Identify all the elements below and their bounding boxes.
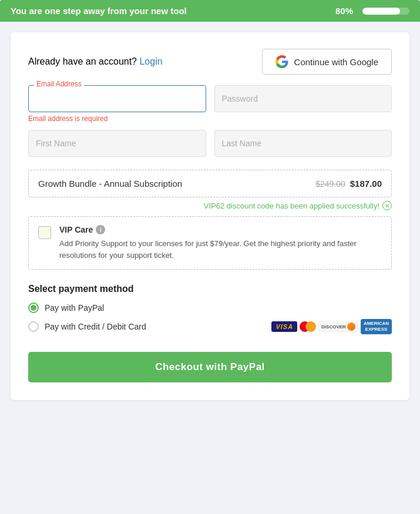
google-icon xyxy=(275,55,288,68)
amex-card-logo: AMERICANEXPRESS xyxy=(361,319,392,334)
discount-message: VIP62 discount code has been applied suc… xyxy=(28,201,392,210)
visa-card-logo: VISA xyxy=(271,321,297,332)
login-link[interactable]: Login xyxy=(139,56,162,66)
vip-care-box: VIP Care i Add Priority Support to your … xyxy=(28,216,392,270)
page-container: You are one step away from your new tool… xyxy=(0,0,420,514)
progress-bar-inner xyxy=(362,8,409,15)
email-group: Email Address xyxy=(28,85,206,112)
google-button-label: Continue with Google xyxy=(294,57,378,67)
payment-section: Select payment method Pay with PayPal Pa… xyxy=(28,284,392,334)
visa-icon: VISA xyxy=(271,319,297,334)
top-row: Already have an account? Login Continue … xyxy=(28,49,392,75)
paypal-radio-inner xyxy=(31,305,36,311)
password-group xyxy=(214,85,392,112)
discover-icon: DISCOVER xyxy=(318,319,358,334)
paypal-label: Pay with PayPal xyxy=(45,303,104,313)
discover-dot xyxy=(347,322,355,331)
google-signin-button[interactable]: Continue with Google xyxy=(262,49,392,75)
creditcard-option[interactable]: Pay with Credit / Debit Card VISA xyxy=(28,319,392,334)
product-box: Growth Bundle - Annual Subscription $249… xyxy=(28,170,392,197)
password-input[interactable] xyxy=(214,85,392,112)
paypal-radio[interactable] xyxy=(28,303,39,313)
lastname-input[interactable] xyxy=(214,130,392,157)
firstname-input[interactable] xyxy=(28,130,206,157)
discount-close-icon[interactable]: ✕ xyxy=(382,201,392,210)
checkout-button[interactable]: Checkout with PayPal xyxy=(28,352,392,382)
discount-text: VIP62 discount code has been applied suc… xyxy=(204,201,379,210)
mastercard-icon xyxy=(300,319,316,334)
creditcard-radio[interactable] xyxy=(28,321,39,332)
already-label: Already have an account? xyxy=(28,56,137,66)
discover-card-logo: DISCOVER xyxy=(318,321,358,332)
email-error: Email address is required xyxy=(28,115,392,123)
vip-content: VIP Care i Add Priority Support to your … xyxy=(59,225,382,261)
progress-fill xyxy=(362,8,400,15)
name-row xyxy=(28,130,392,157)
vip-description: Add Priority Support to your licenses fo… xyxy=(59,238,382,261)
vip-title-text: VIP Care xyxy=(59,225,93,234)
price-area: $249.00 $187.00 xyxy=(315,179,382,189)
progress-bar: You are one step away from your new tool… xyxy=(0,0,420,22)
amex-icon: AMERICANEXPRESS xyxy=(361,319,392,334)
email-error-msg: Email address is required xyxy=(28,115,392,123)
main-card: Already have an account? Login Continue … xyxy=(11,32,409,400)
firstname-group xyxy=(28,130,206,157)
discover-text: DISCOVER xyxy=(321,324,346,330)
info-icon[interactable]: i xyxy=(96,225,105,234)
progress-text: You are one step away from your new tool xyxy=(11,6,187,16)
creditcard-label: Pay with Credit / Debit Card xyxy=(45,322,146,331)
payment-title: Select payment method xyxy=(28,284,392,294)
price-discounted: $187.00 xyxy=(350,179,382,189)
progress-right: 80% xyxy=(335,6,409,16)
mc-right-circle xyxy=(305,321,316,332)
paypal-option[interactable]: Pay with PayPal xyxy=(28,303,392,313)
already-account-text: Already have an account? Login xyxy=(28,56,163,67)
vip-title: VIP Care i xyxy=(59,225,382,234)
product-name: Growth Bundle - Annual Subscription xyxy=(38,179,182,189)
email-label: Email Address xyxy=(34,80,84,88)
mc-card-logo xyxy=(300,321,316,332)
card-icons: VISA DISCOVER xyxy=(271,319,392,334)
price-original: $249.00 xyxy=(315,179,345,189)
email-input[interactable] xyxy=(28,85,206,112)
email-password-row: Email Address xyxy=(28,85,392,112)
lastname-group xyxy=(214,130,392,157)
vip-checkbox[interactable] xyxy=(38,226,51,239)
progress-percent: 80% xyxy=(335,6,353,16)
